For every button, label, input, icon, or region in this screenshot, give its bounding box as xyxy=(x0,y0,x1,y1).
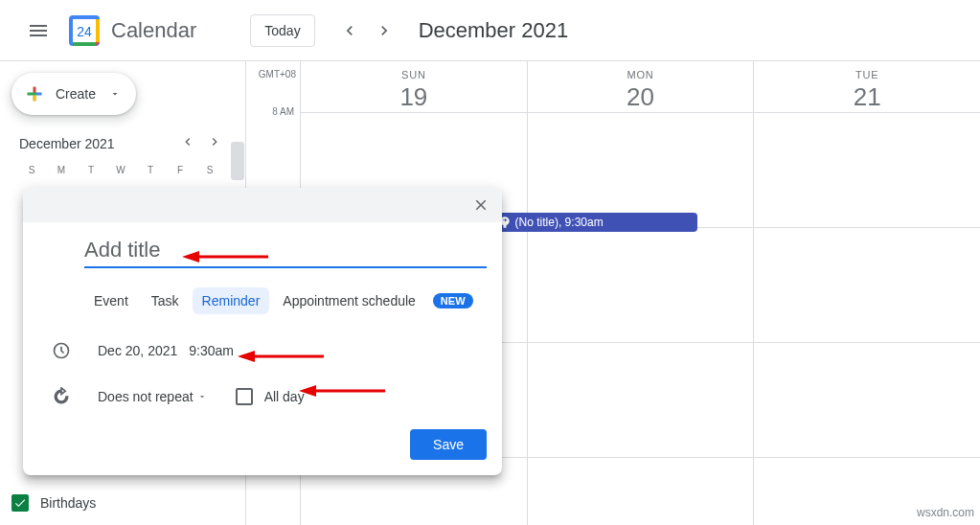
watermark: wsxdn.com xyxy=(917,506,974,519)
timezone-label: GMT+08 xyxy=(246,61,300,112)
all-day-checkbox[interactable] xyxy=(236,388,253,405)
reminder-chip[interactable]: (No title), 9:30am xyxy=(492,213,697,232)
my-calendars: Birthdays xyxy=(11,491,230,515)
mini-prev-button[interactable] xyxy=(180,134,195,153)
editor-tabs: Event Task Reminder Appointment schedule… xyxy=(84,287,487,314)
tab-event[interactable]: Event xyxy=(84,287,138,314)
chevron-down-icon xyxy=(109,88,121,100)
calendar-item-label: Birthdays xyxy=(40,495,96,511)
annotation-arrow-title xyxy=(182,249,268,264)
repeat-dropdown[interactable]: Does not repeat xyxy=(98,389,207,404)
app-name: Calendar xyxy=(111,18,196,43)
mini-month-label: December 2021 xyxy=(19,136,115,151)
calendar-item-birthdays[interactable]: Birthdays xyxy=(11,491,230,515)
slot-col-tue[interactable] xyxy=(753,112,980,525)
day-header-mon[interactable]: MON 20 xyxy=(527,61,754,112)
annotation-arrow-allday xyxy=(299,383,385,399)
app-header: 24 Calendar Today December 2021 xyxy=(0,0,980,61)
date-field[interactable]: Dec 20, 2021 xyxy=(98,343,177,358)
mini-day-labels: S M T W T F S xyxy=(11,165,230,175)
repeat-row: Does not repeat All day xyxy=(52,387,487,406)
close-button[interactable] xyxy=(467,192,494,218)
nav-arrows xyxy=(334,15,399,46)
scrollbar-thumb[interactable] xyxy=(231,142,244,180)
chevron-down-icon xyxy=(197,392,207,401)
reminder-chip-label: (No title), 9:30am xyxy=(515,216,604,229)
svg-text:24: 24 xyxy=(77,24,92,39)
title-input[interactable] xyxy=(84,234,487,268)
grid-header: GMT+08 SUN 19 MON 20 TUE 21 xyxy=(246,61,980,112)
plus-icon xyxy=(23,82,46,105)
next-period-button[interactable] xyxy=(369,15,399,46)
mini-calendar-header: December 2021 xyxy=(11,134,230,153)
tab-appointment[interactable]: Appointment schedule xyxy=(273,287,425,314)
clock-icon xyxy=(52,341,71,360)
create-button[interactable]: Create xyxy=(11,73,136,115)
tab-reminder[interactable]: Reminder xyxy=(193,287,270,314)
save-button[interactable]: Save xyxy=(410,429,487,460)
create-label: Create xyxy=(56,86,96,102)
app-logo[interactable]: 24 Calendar xyxy=(65,11,196,50)
day-header-tue[interactable]: TUE 21 xyxy=(753,61,980,112)
event-editor-popover: Event Task Reminder Appointment schedule… xyxy=(23,188,502,475)
annotation-arrow-time xyxy=(238,349,324,364)
tab-task[interactable]: Task xyxy=(142,287,189,314)
repeat-icon xyxy=(52,387,71,406)
slot-col-mon[interactable] xyxy=(527,112,754,525)
calendar-logo-icon: 24 xyxy=(65,11,103,50)
new-badge: NEW xyxy=(433,293,473,308)
today-button[interactable]: Today xyxy=(250,14,314,47)
day-header-sun[interactable]: SUN 19 xyxy=(300,61,527,112)
hamburger-menu-icon[interactable] xyxy=(15,8,61,54)
prev-period-button[interactable] xyxy=(334,15,365,46)
mini-next-button[interactable] xyxy=(207,134,222,153)
checkbox-icon[interactable] xyxy=(11,494,29,512)
current-period-label: December 2021 xyxy=(419,18,569,43)
time-field[interactable]: 9:30am xyxy=(189,343,234,358)
